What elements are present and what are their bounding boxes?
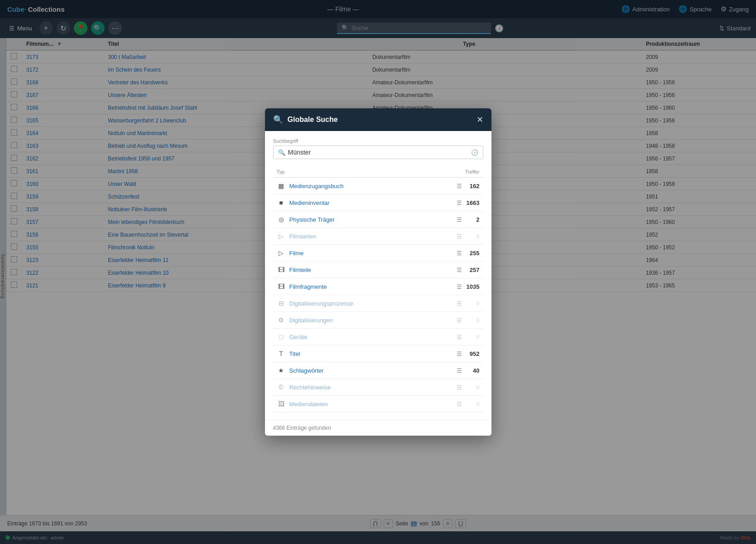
result-count-cell: ☰1035 — [427, 278, 483, 295]
search-modal-icon: 🔍 — [273, 115, 283, 125]
result-type-cell: 🖼 Mediendateien — [273, 396, 428, 413]
result-count-cell: ☰2 — [427, 211, 483, 228]
count-number: 2 — [464, 216, 480, 223]
result-row[interactable]: 🖼 Mediendateien ☰0 — [273, 396, 483, 413]
list-icon: ☰ — [457, 334, 462, 340]
result-name: Rechtehinweise — [289, 384, 331, 391]
result-count-cell: ☰0 — [427, 295, 483, 312]
type-icon: ■ — [277, 198, 286, 207]
result-name: Digitalisierungen — [289, 317, 333, 324]
modal-search-icon: 🔍 — [278, 149, 285, 156]
type-icon: ★ — [277, 366, 286, 375]
count-number: 0 — [464, 401, 480, 408]
result-row[interactable]: ■ Medieninventar ☰1663 — [273, 194, 483, 211]
result-row[interactable]: ▦ Medienzugangsbuch ☰162 — [273, 178, 483, 194]
result-row[interactable]: □ Geräte ☰0 — [273, 329, 483, 345]
result-name: Filmfragmente — [289, 283, 327, 290]
count-number: 0 — [464, 334, 480, 340]
modal-header: 🔍 Globale Suche ✕ — [265, 108, 491, 131]
result-name: Schlagwörter — [289, 367, 324, 374]
result-row[interactable]: ★ Schlagwörter ☰40 — [273, 362, 483, 379]
type-icon: ▦ — [277, 181, 286, 190]
type-icon: © — [277, 383, 286, 392]
result-row[interactable]: T Titel ☰952 — [273, 345, 483, 362]
result-type-cell: □ Geräte — [273, 329, 428, 345]
modal-overlay[interactable]: 🔍 Globale Suche ✕ Suchbegriff 🔍 🕜 Typ Tr… — [0, 0, 756, 544]
modal-search-input[interactable] — [288, 149, 468, 156]
result-count-cell: ☰0 — [427, 228, 483, 245]
result-count-cell: ☰0 — [427, 312, 483, 329]
list-icon: ☰ — [457, 401, 462, 408]
result-type-cell: 🎞 Filmfragmente — [273, 278, 428, 295]
list-icon: ☰ — [457, 317, 462, 324]
modal-search-field[interactable]: 🔍 🕜 — [273, 146, 483, 159]
result-row[interactable]: © Rechtehinweise ☰0 — [273, 379, 483, 396]
result-type-cell: 🎞 Filmteile — [273, 262, 428, 278]
result-type-cell: ▷ Filme — [273, 245, 428, 262]
modal-footer: 4366 Einträge gefunden — [265, 420, 491, 436]
list-icon: ☰ — [457, 250, 462, 257]
result-count-cell: ☰257 — [427, 262, 483, 278]
type-icon: ▷ — [277, 248, 286, 257]
result-count-cell: ☰0 — [427, 396, 483, 413]
result-count-cell: ☰0 — [427, 379, 483, 396]
count-number: 0 — [464, 317, 480, 324]
type-icon: ◎ — [277, 215, 286, 224]
modal-body: Suchbegriff 🔍 🕜 Typ Treffer ▦ Med — [265, 131, 491, 420]
list-icon: ☰ — [457, 199, 462, 206]
result-name: Titel — [289, 350, 300, 357]
result-row[interactable]: ⊟ Digitalisierungsprozesse ☰0 — [273, 295, 483, 312]
result-name: Filme — [289, 250, 304, 257]
result-row[interactable]: ⚙ Digitalisierungen ☰0 — [273, 312, 483, 329]
count-number: 257 — [464, 267, 480, 273]
result-type-cell: ▷ Filmserien — [273, 228, 428, 245]
result-name: Filmteile — [289, 267, 311, 273]
result-row[interactable]: 🎞 Filmteile ☰257 — [273, 262, 483, 278]
result-count-cell: ☰40 — [427, 362, 483, 379]
global-search-modal: 🔍 Globale Suche ✕ Suchbegriff 🔍 🕜 Typ Tr… — [265, 108, 491, 436]
count-number: 0 — [464, 384, 480, 391]
type-icon: 🎞 — [277, 265, 286, 274]
result-count-cell: ☰255 — [427, 245, 483, 262]
col-hits-header: Treffer — [427, 166, 483, 178]
result-type-cell: T Titel — [273, 345, 428, 362]
count-number: 255 — [464, 250, 480, 257]
type-icon: ⚙ — [277, 316, 286, 325]
result-name: Geräte — [289, 334, 308, 340]
list-icon: ☰ — [457, 233, 462, 240]
list-icon: ☰ — [457, 300, 462, 307]
count-number: 0 — [464, 233, 480, 240]
result-type-cell: ◎ Physische Träger — [273, 211, 428, 228]
list-icon: ☰ — [457, 350, 462, 357]
total-count-label: 4366 Einträge gefunden — [273, 425, 331, 431]
count-number: 952 — [464, 350, 480, 357]
result-name: Medienzugangsbuch — [289, 183, 344, 189]
result-type-cell: ■ Medieninventar — [273, 194, 428, 211]
type-icon: ▷ — [277, 232, 286, 241]
result-type-cell: ⊟ Digitalisierungsprozesse — [273, 295, 428, 312]
result-row[interactable]: 🎞 Filmfragmente ☰1035 — [273, 278, 483, 295]
list-icon: ☰ — [457, 183, 462, 189]
result-count-cell: ☰0 — [427, 329, 483, 345]
list-icon: ☰ — [457, 384, 462, 391]
result-name: Mediendateien — [289, 401, 328, 408]
type-icon: T — [277, 349, 286, 358]
type-icon: ⊟ — [277, 299, 286, 308]
result-count-cell: ☰1663 — [427, 194, 483, 211]
list-icon: ☰ — [457, 283, 462, 290]
list-icon: ☰ — [457, 216, 462, 223]
count-number: 0 — [464, 300, 480, 307]
modal-title-area: 🔍 Globale Suche — [273, 115, 338, 125]
result-row[interactable]: ▷ Filmserien ☰0 — [273, 228, 483, 245]
modal-history-icon[interactable]: 🕜 — [471, 149, 478, 156]
modal-title: Globale Suche — [288, 116, 338, 124]
result-row[interactable]: ◎ Physische Träger ☰2 — [273, 211, 483, 228]
result-name: Digitalisierungsprozesse — [289, 300, 353, 307]
result-type-cell: ⚙ Digitalisierungen — [273, 312, 428, 329]
type-icon: □ — [277, 332, 286, 341]
result-type-cell: © Rechtehinweise — [273, 379, 428, 396]
result-name: Filmserien — [289, 233, 317, 240]
modal-close-button[interactable]: ✕ — [477, 116, 483, 124]
col-type-header: Typ — [273, 166, 428, 178]
result-row[interactable]: ▷ Filme ☰255 — [273, 245, 483, 262]
